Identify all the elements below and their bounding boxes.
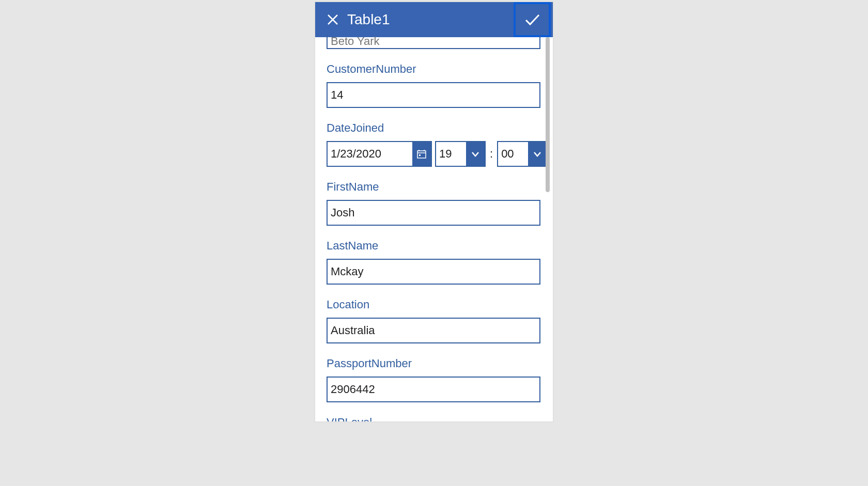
location-input[interactable]: Australia (327, 318, 540, 343)
minute-select[interactable]: 00 (497, 141, 548, 167)
passport-number-input[interactable]: 2906442 (327, 377, 540, 402)
time-separator: : (489, 141, 494, 167)
chevron-down-icon (533, 149, 542, 159)
close-button[interactable] (321, 8, 344, 31)
last-name-input[interactable]: Mckay (327, 259, 540, 285)
date-joined-label: DateJoined (327, 121, 541, 135)
vip-level-label: VIPLevel (327, 416, 541, 421)
date-picker: 1/23/2020 (327, 141, 432, 167)
hour-select[interactable]: 19 (435, 141, 486, 167)
app-window: Table1 Beto Yark CustomerNumber 14 DateJ… (314, 1, 554, 422)
date-input[interactable]: 1/23/2020 (328, 142, 412, 166)
chevron-down-icon (471, 149, 480, 159)
submit-button[interactable] (514, 2, 551, 37)
date-time-row: 1/23/2020 19 (327, 141, 540, 167)
date-picker-button[interactable] (412, 142, 431, 166)
svg-rect-6 (419, 154, 421, 156)
calendar-icon (417, 149, 426, 159)
minute-value: 00 (498, 142, 528, 166)
scrollbar-thumb[interactable] (546, 37, 550, 192)
titlebar: Table1 (315, 2, 553, 37)
location-label: Location (327, 298, 541, 311)
form-scroll-area[interactable]: Beto Yark CustomerNumber 14 DateJoined 1… (315, 36, 553, 421)
customer-number-input[interactable]: 14 (327, 82, 540, 108)
hour-dropdown-button[interactable] (466, 142, 485, 166)
close-icon (327, 13, 339, 26)
hour-value: 19 (436, 142, 466, 166)
passport-number-label: PassportNumber (327, 357, 541, 370)
first-name-input[interactable]: Josh (327, 200, 540, 226)
check-icon (523, 11, 541, 28)
last-name-label: LastName (327, 239, 541, 253)
customer-number-label: CustomerNumber (327, 62, 541, 76)
svg-rect-2 (417, 151, 426, 158)
minute-dropdown-button[interactable] (528, 142, 547, 166)
company-field-partial[interactable]: Beto Yark (327, 36, 540, 49)
first-name-label: FirstName (327, 180, 541, 194)
page-title: Table1 (347, 11, 514, 28)
